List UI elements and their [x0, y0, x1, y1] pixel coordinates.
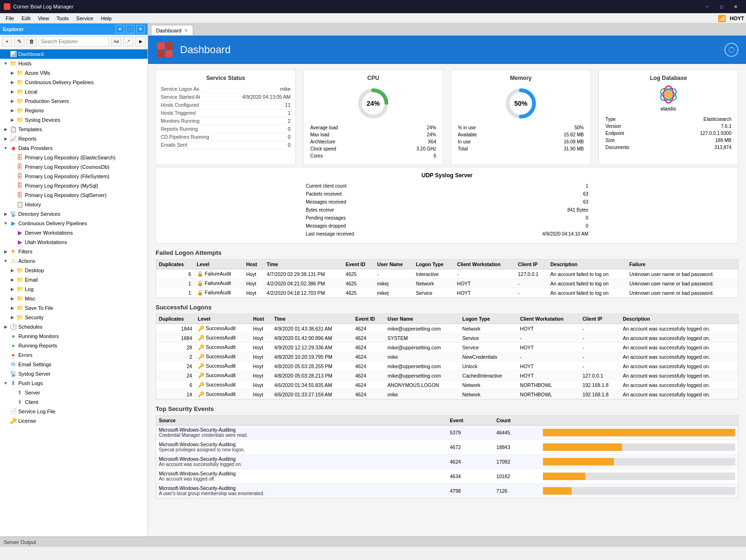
tree-item-cdp[interactable]: ▶ 📁 Continuous Delivery Pipelines: [0, 78, 148, 87]
tree-item-history[interactable]: 📋 History: [0, 200, 148, 209]
tree-item-email-action[interactable]: ▶ 📁 Email: [0, 275, 148, 284]
table-row[interactable]: 6 🔑 SuccessAudit Hoyt 4/6/2020 01:34:55.…: [156, 380, 738, 390]
table-row[interactable]: 24 🔑 SuccessAudit Hoyt 4/8/2020 05:03:28…: [156, 371, 738, 380]
table-row[interactable]: 24 🔑 SuccessAudit Hoyt 4/8/2020 05:03:28…: [156, 362, 738, 371]
delete-button[interactable]: 🗑: [26, 36, 37, 47]
table-row[interactable]: Microsoft-Windows-Security-Auditing An a…: [156, 455, 738, 469]
regex-button[interactable]: .*: [123, 36, 133, 47]
menu-service[interactable]: Service: [72, 15, 97, 22]
case-sensitive-button[interactable]: Aa: [111, 36, 121, 47]
tree-item-filesystem[interactable]: 🗄 Primary Log Repository (FileSystem): [0, 172, 148, 181]
tree-item-local[interactable]: ▶ 📁 Local: [0, 87, 148, 96]
tree-item-data-providers[interactable]: ▼ ◆ Data Providers: [0, 143, 148, 153]
tree-item-templates[interactable]: ▶ 📋 Templates: [0, 125, 148, 134]
push-logs-toggle[interactable]: ▼: [2, 381, 9, 386]
tree-item-log-action[interactable]: ▶ 📁 Log: [0, 284, 148, 294]
table-row[interactable]: 28 🔑 SuccessAudit Hoyt 4/9/2020 12:12:29…: [156, 343, 738, 352]
float-button[interactable]: □: [126, 25, 134, 33]
edit-button[interactable]: ✎: [14, 36, 24, 47]
explorer-header-controls[interactable]: ✕ □ ✕: [116, 25, 145, 33]
tree-item-push-logs[interactable]: ▼ ⬆ Push Logs: [0, 379, 148, 388]
regions-toggle[interactable]: ▶: [8, 108, 16, 113]
tree-item-syslog-server[interactable]: 📡 Syslog Server: [0, 369, 148, 379]
pin-button[interactable]: ✕: [116, 25, 124, 33]
tree-item-cd-pipelines[interactable]: ▼ ▶ Continuous Delivery Pipelines: [0, 219, 148, 228]
log-action-toggle[interactable]: ▶: [8, 287, 16, 292]
templates-toggle[interactable]: ▶: [2, 127, 9, 132]
hosts-toggle[interactable]: ▼: [2, 61, 9, 66]
table-row[interactable]: 6 🔒 FailureAudit Hoyt 4/7/2020 02:29:38.…: [156, 269, 738, 279]
table-row[interactable]: 1 🔒 FailureAudit Hoyt 4/2/2020 04:18:12.…: [156, 288, 738, 298]
tree-item-azure-vms[interactable]: ▶ 📁 Azure VMs: [0, 68, 148, 78]
menu-view[interactable]: View: [34, 15, 53, 22]
filters-toggle[interactable]: ▶: [2, 249, 9, 254]
tree-item-hosts[interactable]: ▼ 📁 Hosts: [0, 59, 148, 68]
tree-item-dashboard[interactable]: 📊 Dashboard: [0, 49, 148, 59]
data-providers-toggle[interactable]: ▼: [2, 146, 9, 150]
tree-item-email-settings[interactable]: ✉ Email Settings: [0, 360, 148, 369]
tree-item-running-monitors[interactable]: ● Running Monitors: [0, 331, 148, 341]
reports-toggle[interactable]: ▶: [2, 136, 9, 141]
table-row[interactable]: Microsoft-Windows-Security-Auditing A us…: [156, 484, 738, 498]
tab-close-button[interactable]: ✕: [184, 28, 188, 33]
tree-item-filters[interactable]: ▶ ▼ Filters: [0, 247, 148, 256]
misc-toggle[interactable]: ▶: [8, 296, 16, 301]
local-toggle[interactable]: ▶: [8, 89, 16, 94]
tree-item-production[interactable]: ▶ 📁 Production Servers: [0, 96, 148, 106]
table-row[interactable]: Microsoft-Windows-Security-Auditing Cred…: [156, 426, 738, 440]
tree-item-regions[interactable]: ▶ 📁 Regions: [0, 106, 148, 115]
actions-toggle[interactable]: ▼: [2, 259, 9, 263]
email-action-toggle[interactable]: ▶: [8, 277, 16, 282]
tree-item-sqlserver[interactable]: 🗄 Primary Log Repository (SqlServer): [0, 190, 148, 200]
cdp-toggle[interactable]: ▶: [8, 80, 16, 85]
table-row[interactable]: 1 🔒 FailureAudit Hoyt 4/2/2020 04:21:02.…: [156, 279, 738, 288]
menu-help[interactable]: Help: [97, 15, 116, 22]
tree-item-mysql[interactable]: 🗄 Primary Log Repository (MySql): [0, 181, 148, 190]
tree-item-errors[interactable]: ● Errors: [0, 350, 148, 360]
refresh-button[interactable]: [724, 43, 738, 57]
tree-item-reports[interactable]: ▶ 📈 Reports: [0, 134, 148, 143]
window-controls[interactable]: − □ ✕: [701, 0, 742, 13]
tree-item-running-reports[interactable]: ● Running Reports: [0, 341, 148, 350]
tree-item-actions[interactable]: ▼ ⚠ Actions: [0, 256, 148, 266]
minimize-button[interactable]: −: [701, 0, 714, 13]
tree-item-desktop[interactable]: ▶ 📁 Desktop: [0, 266, 148, 275]
tree-item-client[interactable]: ⬇ Client: [0, 397, 148, 407]
table-row[interactable]: 1844 🔑 SuccessAudit Hoyt 4/9/2020 01:43:…: [156, 324, 738, 333]
table-row[interactable]: 2 🔑 SuccessAudit Hoyt 4/8/2020 10:20:19.…: [156, 352, 738, 362]
menu-file[interactable]: File: [2, 15, 18, 22]
close-button[interactable]: ✕: [729, 0, 742, 13]
tree-item-syslog-devices[interactable]: ▶ 📁 Syslog Devices: [0, 115, 148, 125]
table-row[interactable]: Microsoft-Windows-Security-Auditing Spec…: [156, 440, 738, 455]
tree-item-server[interactable]: ⬆ Server: [0, 388, 148, 397]
directory-toggle[interactable]: ▶: [2, 212, 9, 216]
schedules-toggle[interactable]: ▶: [2, 324, 9, 329]
tree-item-elastic[interactable]: 🗄 Primary Log Repository (ElasticSearch): [0, 153, 148, 162]
menu-tools[interactable]: Tools: [53, 15, 72, 22]
table-row[interactable]: 14 🔑 SuccessAudit Hoyt 4/6/2020 01:33:27…: [156, 390, 738, 399]
search-input[interactable]: [39, 36, 109, 47]
desktop-toggle[interactable]: ▶: [8, 268, 16, 273]
tree-item-schedules[interactable]: ▶ 🕑 Schedules: [0, 322, 148, 331]
table-row[interactable]: Microsoft-Windows-Security-Auditing An a…: [156, 469, 738, 484]
maximize-button[interactable]: □: [715, 0, 728, 13]
tree-item-cosmos[interactable]: 🗄 Primary Log Repository (CosmosDb): [0, 162, 148, 172]
tree-item-utah[interactable]: ▶ Utah Workstations: [0, 237, 148, 247]
syslog-devices-toggle[interactable]: ▶: [8, 118, 16, 122]
close-explorer-button[interactable]: ✕: [136, 25, 145, 33]
add-button[interactable]: +: [2, 36, 12, 47]
tree-item-service-log[interactable]: 📄 Service Log File: [0, 407, 148, 416]
table-row[interactable]: 1684 🔑 SuccessAudit Hoyt 4/9/2020 01:42:…: [156, 333, 738, 343]
azure-toggle[interactable]: ▶: [8, 71, 16, 75]
tree-item-security-action[interactable]: ▶ 📁 Security: [0, 313, 148, 322]
security-toggle[interactable]: ▶: [8, 315, 16, 320]
tree-item-misc[interactable]: ▶ 📁 Misc: [0, 294, 148, 303]
search-forward-button[interactable]: ▶: [135, 36, 146, 47]
tree-item-save-to-file[interactable]: ▶ 📁 Save To File: [0, 303, 148, 313]
menu-edit[interactable]: Edit: [18, 15, 34, 22]
save-toggle[interactable]: ▶: [8, 306, 16, 310]
cd-pipelines-toggle[interactable]: ▼: [2, 221, 9, 226]
tab-dashboard[interactable]: Dashboard ✕: [151, 25, 193, 35]
tree-item-directory[interactable]: ▶ 📡 Directory Services: [0, 209, 148, 219]
tree-item-license[interactable]: 🔑 License: [0, 416, 148, 426]
